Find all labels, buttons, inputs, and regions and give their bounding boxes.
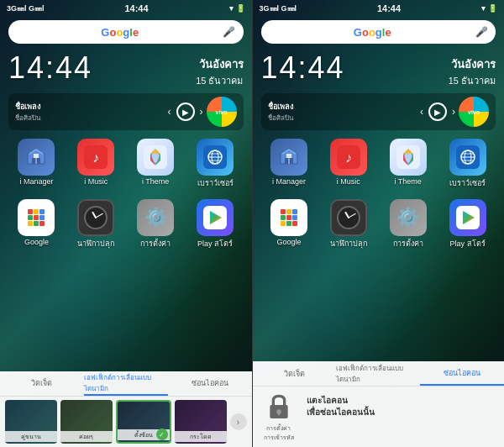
app-item-browser-right[interactable]: เบราว์เซอร์ xyxy=(439,139,496,189)
music-artist-left: ชื่อศิลปิน xyxy=(15,113,165,124)
app-icon-settings-right: ⚙️ xyxy=(390,199,427,236)
bottom-tabs-left: วิดเจ็ต เอฟเฟ็กต์การเลื่อนแบบไดนามิก ซ่อ… xyxy=(0,371,252,397)
lock-icon-large-right[interactable]: การตั้งค่าการเข้ารหัส xyxy=(258,392,300,442)
app-item-google-right[interactable]: Google xyxy=(261,199,318,250)
right-phone-screen: 3G㎜l G㎜l 14:44 ▾ 🔋 Google 🎤 14:44 วันอัง… xyxy=(253,0,505,447)
music-artist-right: ชื่อศิลปิน xyxy=(268,113,417,124)
wifi-icon-left: ▾ xyxy=(229,4,234,13)
app-grid-row1-right: i Manager ♪ i Music xyxy=(253,132,505,192)
app-icon-google-left xyxy=(18,199,55,236)
app-label-manager-right: i Manager xyxy=(272,177,306,186)
tab-effects-right[interactable]: เอฟเฟ็กต์การเลื่อนแบบไดนามิก xyxy=(336,361,420,386)
app-icon-theme-right xyxy=(390,139,427,176)
svg-text:♪: ♪ xyxy=(345,150,352,165)
app-label-browser-left: เบราว์เซอร์ xyxy=(197,177,234,189)
app-item-music-left[interactable]: ♪ i Music xyxy=(68,139,124,189)
thumb-stack-left[interactable]: ตั้งซ้อน ✓ xyxy=(116,400,171,444)
thumb-slow-left[interactable]: ค่อยๆ xyxy=(60,400,113,444)
app-label-manager-left: i Manager xyxy=(19,177,53,186)
app-item-settings-right[interactable]: ⚙️ การตั้งค่า xyxy=(380,199,436,250)
svg-rect-14 xyxy=(286,154,291,158)
next-button-left[interactable]: › xyxy=(200,106,203,118)
status-right-left: ▾ 🔋 xyxy=(229,4,245,13)
time-section-right: 14:44 วันอังคาร 15 ธันวาคม xyxy=(253,47,505,92)
tab-effects-left[interactable]: เอฟเฟ็กต์การเลื่อนแบบไดนามิก xyxy=(84,371,168,396)
app-label-google-right: Google xyxy=(276,238,301,246)
play-button-right[interactable]: ▶ xyxy=(428,103,447,121)
app-label-browser-right: เบราว์เซอร์ xyxy=(449,177,486,189)
app-item-google-left[interactable]: Google xyxy=(8,199,65,250)
app-item-theme-right[interactable]: i Theme xyxy=(380,139,436,189)
search-bar-left[interactable]: Google 🎤 xyxy=(8,20,244,44)
mic-icon-right[interactable]: 🎤 xyxy=(475,26,487,38)
date-left: 15 ธันวาคม xyxy=(196,73,243,88)
tab-widget-right[interactable]: วิดเจ็ต xyxy=(253,361,337,386)
music-info-right: ชื่อเพลง ชื่อศิลปิน xyxy=(268,101,417,124)
app-grid-row2-right: Google นาฬิกาปลุก ⚙️ การตั้งค่า xyxy=(253,192,505,253)
settings-text-right: แตะไอคอนเพื่อซ่อนไอคอนนั้น xyxy=(307,392,375,418)
thumb-row-left: คู่ขนาน ค่อยๆ ตั้งซ้อน ✓ กระโดด › xyxy=(0,397,252,447)
status-time-right: 14:44 xyxy=(377,3,401,13)
app-icon-clock-left xyxy=(77,199,114,236)
status-right-right: ▾ 🔋 xyxy=(481,4,497,13)
music-controls-left: ‹ ▶ › xyxy=(168,103,203,121)
app-icon-play-right xyxy=(449,199,486,236)
app-item-browser-left[interactable]: เบราว์เซอร์ xyxy=(187,139,244,189)
thumb-label-jump-left: กระโดด xyxy=(175,431,227,442)
thumb-label-parallel-left: คู่ขนาน xyxy=(5,431,57,442)
app-grid-row2-left: Google นาฬิกาปลุก ⚙️ การตั้งค่า xyxy=(0,192,252,253)
svg-rect-0 xyxy=(34,154,39,158)
time-section-left: 14:44 วันอังคาร 15 ธันวาคม xyxy=(0,47,252,92)
vivo-logo-left: vivo xyxy=(207,97,237,127)
app-item-play-right[interactable]: Play สโตร์ xyxy=(439,199,496,250)
network-label-left: 3G㎜l G㎜l xyxy=(7,3,45,14)
tab-widget-left[interactable]: วิดเจ็ต xyxy=(0,371,84,396)
app-item-manager-right[interactable]: i Manager xyxy=(261,139,318,189)
app-label-google-left: Google xyxy=(24,238,49,246)
app-icon-theme-left xyxy=(137,139,174,176)
checkmark-left: ✓ xyxy=(156,429,168,440)
app-item-clock-right[interactable]: นาฬิกาปลุก xyxy=(320,199,376,250)
app-label-clock-right: นาฬิกาปลุก xyxy=(330,238,367,250)
app-item-theme-left[interactable]: i Theme xyxy=(128,139,184,189)
date-section-right: วันอังคาร 15 ธันวาคม xyxy=(449,50,496,88)
settings-content-right: การตั้งค่าการเข้ารหัส แตะไอคอนเพื่อซ่อนไ… xyxy=(253,387,505,447)
next-button-right[interactable]: › xyxy=(452,106,455,118)
app-item-play-left[interactable]: Play สโตร์ xyxy=(187,199,244,250)
app-icon-manager-right xyxy=(270,139,307,176)
app-icon-manager-left xyxy=(18,139,55,176)
play-button-left[interactable]: ▶ xyxy=(176,103,195,121)
wifi-icon-right: ▾ xyxy=(481,4,486,13)
app-label-play-left: Play สโตร์ xyxy=(197,238,233,250)
music-controls-right: ‹ ▶ › xyxy=(420,103,455,121)
day-name-left: วันอังคาร xyxy=(196,55,243,73)
app-item-manager-left[interactable]: i Manager xyxy=(8,139,65,189)
app-item-settings-left[interactable]: ⚙️ การตั้งค่า xyxy=(128,199,184,250)
network-label-right: 3G㎜l G㎜l xyxy=(260,3,297,14)
prev-button-left[interactable]: ‹ xyxy=(168,106,171,118)
date-right: 15 ธันวาคม xyxy=(449,73,496,88)
search-bar-right[interactable]: Google 🎤 xyxy=(261,20,496,44)
time-display-left: 14:44 xyxy=(8,50,92,86)
music-title-right: ชื่อเพลง xyxy=(268,101,417,113)
thumb-parallel-left[interactable]: คู่ขนาน xyxy=(5,400,57,444)
next-btn-left[interactable]: › xyxy=(230,413,247,430)
prev-button-right[interactable]: ‹ xyxy=(420,106,423,118)
app-item-music-right[interactable]: ♪ i Music xyxy=(320,139,376,189)
app-icon-google-right xyxy=(270,199,307,236)
mic-icon-left[interactable]: 🎤 xyxy=(223,26,235,38)
tab-hide-right[interactable]: ซ่อนไอคอน xyxy=(420,361,504,386)
tab-hide-left[interactable]: ซ่อนไอคอน xyxy=(168,371,252,396)
app-icon-browser-left xyxy=(197,139,234,176)
app-label-settings-right: การตั้งค่า xyxy=(393,238,423,250)
battery-icon-right: 🔋 xyxy=(488,4,497,13)
app-label-theme-left: i Theme xyxy=(142,177,169,186)
thumb-label-slow-left: ค่อยๆ xyxy=(60,431,113,442)
app-label-music-right: i Music xyxy=(337,177,360,186)
music-player-left[interactable]: ชื่อเพลง ชื่อศิลปิน ‹ ▶ › vivo xyxy=(8,93,244,130)
thumb-jump-left[interactable]: กระโดด xyxy=(175,400,227,444)
time-display-right: 14:44 xyxy=(261,50,345,86)
app-item-clock-left[interactable]: นาฬิกาปลุก xyxy=(68,199,124,250)
date-section-left: วันอังคาร 15 ธันวาคม xyxy=(196,50,243,88)
music-player-right[interactable]: ชื่อเพลง ชื่อศิลปิน ‹ ▶ › vivo xyxy=(261,93,496,130)
